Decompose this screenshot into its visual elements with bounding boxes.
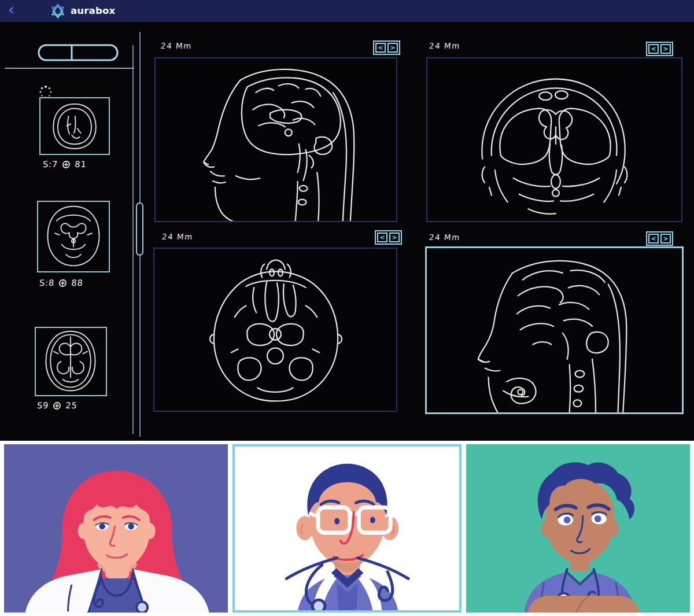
- image-count: 88: [71, 278, 84, 287]
- image-count-icon: [58, 279, 68, 287]
- sidebar-divider: [5, 68, 134, 69]
- doctor-avatar-glasses: [235, 447, 459, 610]
- participant-video-3[interactable]: [466, 444, 690, 613]
- aurabox-logo-icon: [50, 3, 66, 19]
- series-label-1: S:7 81: [42, 160, 87, 169]
- thumbnail-sagittal-oval-sketch: [40, 98, 109, 154]
- panel-2-nav: < >: [646, 42, 673, 56]
- panel-4-label: 24 Mm: [429, 233, 460, 242]
- participant-video-2[interactable]: [232, 444, 461, 613]
- sagittal-head-sketch: [427, 248, 682, 412]
- study-viewer: S:7 81 S:8: [0, 22, 694, 441]
- panel-2-label: 24 Mm: [429, 41, 460, 50]
- video-call-strip: [0, 441, 694, 616]
- series-thumbnail-2[interactable]: [37, 201, 110, 272]
- panel-4-nav: < >: [646, 231, 673, 246]
- viewport-panel-1[interactable]: [154, 57, 397, 222]
- sidebar-border-line: [132, 45, 134, 434]
- prev-slice-button[interactable]: <: [375, 43, 386, 53]
- panel-1-nav: < >: [373, 40, 400, 55]
- viewport-panel-4[interactable]: [425, 246, 684, 414]
- slice-number: S:8: [39, 278, 54, 287]
- layout-toggle-control[interactable]: [37, 43, 119, 62]
- image-count: 81: [75, 160, 87, 169]
- series-label-3: S9 25: [36, 401, 77, 410]
- series-thumbnail-1[interactable]: [39, 97, 110, 155]
- slice-number: S9: [36, 401, 49, 410]
- next-slice-button[interactable]: >: [660, 44, 671, 54]
- doctor-avatar-red-hair: [4, 444, 228, 613]
- viewport-panel-2[interactable]: [426, 57, 682, 222]
- sagittal-head-sketch: [156, 58, 396, 221]
- image-count-icon: [53, 401, 62, 410]
- viewport-panel-3[interactable]: [153, 248, 397, 412]
- thumbnail-axial-sketch: [36, 328, 106, 395]
- app-title: aurabox: [71, 5, 115, 16]
- panel-3-label: 24 Mm: [161, 232, 193, 241]
- image-count: 25: [65, 401, 78, 410]
- aurabox-app-window: ‹ aurabox: [0, 0, 694, 616]
- next-slice-button[interactable]: >: [389, 233, 400, 242]
- axial-head-sketch: [154, 249, 396, 411]
- scrollbar-thumb[interactable]: [136, 202, 143, 256]
- coronal-skull-sketch: [427, 58, 681, 221]
- participant-video-1[interactable]: [4, 444, 228, 613]
- nurse-avatar-scrubs: [466, 444, 690, 613]
- prev-slice-button[interactable]: <: [648, 234, 659, 244]
- thumbnail-axial-sketch: [38, 202, 109, 271]
- slice-number: S:7: [42, 160, 58, 169]
- panel-3-nav: < >: [375, 230, 402, 245]
- next-slice-button[interactable]: >: [660, 234, 671, 244]
- back-icon[interactable]: ‹: [8, 0, 15, 21]
- series-thumbnail-3[interactable]: [35, 327, 107, 396]
- image-count-icon: [62, 160, 71, 169]
- next-slice-button[interactable]: >: [387, 43, 398, 53]
- prev-slice-button[interactable]: <: [648, 44, 659, 54]
- panel-1-label: 24 Mm: [160, 41, 192, 50]
- topbar: ‹ aurabox: [0, 0, 694, 22]
- prev-slice-button[interactable]: <: [377, 233, 387, 242]
- series-label-2: S:8 88: [39, 278, 83, 287]
